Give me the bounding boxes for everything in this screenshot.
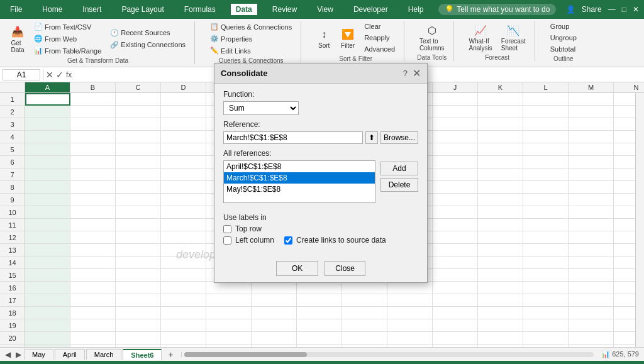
row-num-21[interactable]: 21 [0,345,25,347]
cell-21-0[interactable] [25,345,70,347]
cell-1-13[interactable] [614,93,635,106]
cell-20-7[interactable] [342,332,387,345]
ribbon-tab-data[interactable]: Data [231,4,257,15]
cell-12-11[interactable] [523,231,569,244]
ribbon-tab-view[interactable]: View [312,4,338,15]
cell-18-8[interactable] [387,307,433,319]
cell-19-9[interactable] [433,319,478,332]
sheet-tab-april[interactable]: April [55,349,85,360]
cell-15-10[interactable] [478,269,523,282]
cell-7-2[interactable] [116,168,161,181]
ribbon-tab[interactable]: File [5,4,27,15]
cell-17-13[interactable] [614,294,635,307]
cell-3-2[interactable] [116,118,161,131]
cell-13-9[interactable] [433,244,478,256]
left-column-checkbox[interactable] [223,236,231,245]
sort-button[interactable]: ↕️ Sort [314,26,334,50]
cell-21-4[interactable] [206,345,252,347]
cell-8-12[interactable] [569,181,614,194]
minimize-button[interactable]: — [608,5,616,14]
cell-19-6[interactable] [297,319,342,332]
cell-21-3[interactable] [161,345,206,347]
cell-13-13[interactable] [614,244,635,256]
row-num-9[interactable]: 9 [0,194,25,206]
cell-10-0[interactable] [25,206,70,219]
cell-21-2[interactable] [116,345,161,347]
cell-21-12[interactable] [569,345,614,347]
cell-2-9[interactable] [433,106,478,118]
cell-12-2[interactable] [116,231,161,244]
cell-13-10[interactable] [478,244,523,256]
cell-15-12[interactable] [569,269,614,282]
cell-6-1[interactable] [70,156,116,168]
cell-8-1[interactable] [70,181,116,194]
cell-10-11[interactable] [523,206,569,219]
cell-10-12[interactable] [569,206,614,219]
row-num-4[interactable]: 4 [0,131,25,143]
cell-14-13[interactable] [614,256,635,269]
row-num-11[interactable]: 11 [0,219,25,231]
cell-15-1[interactable] [70,269,116,282]
cell-9-13[interactable] [614,194,635,206]
subtotal-button[interactable]: Subtotal [548,44,579,54]
cell-2-0[interactable] [25,106,70,118]
cell-11-12[interactable] [569,219,614,231]
cell-10-10[interactable] [478,206,523,219]
cell-6-0[interactable] [25,156,70,168]
cell-21-11[interactable] [523,345,569,347]
cell-5-3[interactable] [161,143,206,156]
cell-1-12[interactable] [569,93,614,106]
cell-4-9[interactable] [433,131,478,143]
browse-button[interactable]: Browse... [380,131,418,144]
cell-1-9[interactable] [433,93,478,106]
row-num-13[interactable]: 13 [0,244,25,256]
cell-17-9[interactable] [433,294,478,307]
filter-button[interactable]: 🔽 Filter [338,26,358,50]
function-select[interactable]: Sum Count Average Max Min [223,101,299,115]
cell-6-2[interactable] [116,156,161,168]
cell-17-11[interactable] [523,294,569,307]
reapply-button[interactable]: Reapply [362,33,397,43]
cell-5-12[interactable] [569,143,614,156]
cell-14-0[interactable] [25,256,70,269]
cell-12-13[interactable] [614,231,635,244]
cell-15-13[interactable] [614,269,635,282]
cell-3-10[interactable] [478,118,523,131]
cell-18-0[interactable] [25,307,70,319]
col-header-d[interactable]: D [161,82,206,92]
cell-2-10[interactable] [478,106,523,118]
cell-9-3[interactable] [161,194,206,206]
cell-2-13[interactable] [614,106,635,118]
cell-5-0[interactable] [25,143,70,156]
cell-2-11[interactable] [523,106,569,118]
cell-4-11[interactable] [523,131,569,143]
cell-7-9[interactable] [433,168,478,181]
maximize-button[interactable]: □ [622,5,626,14]
cell-2-2[interactable] [116,106,161,118]
ribbon-tab-help[interactable]: Help [403,4,429,15]
col-header-a[interactable]: A [25,82,70,92]
cell-8-11[interactable] [523,181,569,194]
col-header-l[interactable]: L [523,82,569,92]
cell-10-1[interactable] [70,206,116,219]
cell-4-10[interactable] [478,131,523,143]
cell-5-1[interactable] [70,143,116,156]
reference-input[interactable] [223,131,363,144]
cell-7-13[interactable] [614,168,635,181]
cell-10-3[interactable] [161,206,206,219]
cell-18-7[interactable] [342,307,387,319]
cell-21-1[interactable] [70,345,116,347]
cell-4-1[interactable] [70,131,116,143]
cell-6-3[interactable] [161,156,206,168]
cell-2-1[interactable] [70,106,116,118]
col-header-b[interactable]: B [70,82,116,92]
cell-8-10[interactable] [478,181,523,194]
cell-17-6[interactable] [297,294,342,307]
row-num-18[interactable]: 18 [0,307,25,319]
cell-16-13[interactable] [614,282,635,294]
cell-6-9[interactable] [433,156,478,168]
ungroup-button[interactable]: Ungroup [548,33,579,43]
cell-6-10[interactable] [478,156,523,168]
cell-6-13[interactable] [614,156,635,168]
ribbon-tab-review[interactable]: Review [267,4,302,15]
